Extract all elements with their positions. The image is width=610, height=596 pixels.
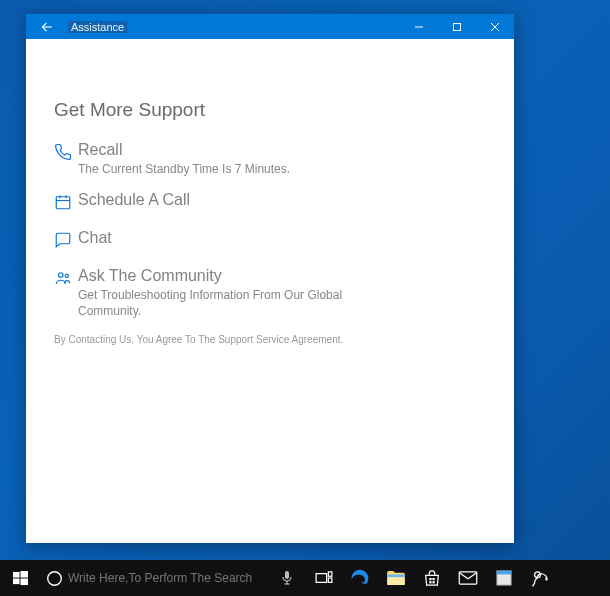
mail-app[interactable]	[450, 560, 486, 596]
pinned-app[interactable]	[486, 560, 522, 596]
calendar-icon	[54, 193, 78, 215]
edge-browser[interactable]	[342, 560, 378, 596]
content: Get More Support Recall The Current Stan…	[26, 39, 514, 363]
svg-rect-24	[328, 578, 332, 582]
svg-rect-5	[56, 197, 70, 209]
svg-rect-28	[432, 578, 434, 580]
task-view-icon	[315, 571, 333, 585]
file-explorer[interactable]	[378, 560, 414, 596]
svg-point-18	[47, 571, 61, 585]
app-icon	[495, 569, 513, 587]
window-controls	[400, 14, 514, 39]
option-sub: The Current Standby Time Is 7 Minutes.	[78, 161, 290, 177]
svg-rect-30	[432, 581, 434, 583]
task-view-button[interactable]	[306, 560, 342, 596]
folder-icon	[386, 570, 406, 586]
svg-point-13	[65, 274, 68, 277]
option-chat[interactable]: Chat	[54, 229, 486, 253]
taskbar	[0, 560, 610, 596]
option-label: Chat	[78, 229, 112, 247]
option-label: Ask The Community	[78, 267, 408, 285]
desktop: Assistance Get More Support	[0, 0, 610, 596]
phone-icon	[54, 143, 78, 165]
search-input[interactable]	[68, 571, 274, 585]
svg-rect-14	[13, 571, 20, 577]
svg-rect-15	[20, 571, 28, 578]
option-label: Schedule A Call	[78, 191, 190, 209]
option-recall[interactable]: Recall The Current Standby Time Is 7 Min…	[54, 141, 486, 177]
store-icon	[423, 569, 441, 587]
search-box[interactable]	[40, 562, 300, 594]
close-icon	[490, 22, 500, 32]
close-button[interactable]	[476, 14, 514, 39]
svg-rect-2	[454, 23, 461, 30]
mail-icon	[458, 571, 478, 585]
taskbar-icons	[306, 560, 558, 596]
option-schedule-call[interactable]: Schedule A Call	[54, 191, 486, 215]
svg-rect-16	[13, 578, 20, 584]
svg-rect-17	[20, 578, 28, 585]
svg-rect-27	[429, 578, 431, 580]
arrow-left-icon	[40, 20, 54, 34]
minimize-icon	[414, 22, 424, 32]
get-help-app[interactable]	[522, 560, 558, 596]
svg-rect-33	[497, 571, 511, 575]
community-icon	[54, 269, 78, 291]
svg-rect-26	[387, 574, 405, 577]
mic-button[interactable]	[274, 570, 300, 586]
svg-rect-23	[328, 572, 332, 576]
assistance-window: Assistance Get More Support	[26, 14, 514, 543]
edge-icon	[350, 568, 370, 588]
svg-rect-31	[459, 572, 477, 584]
page-title: Get More Support	[54, 99, 486, 121]
chat-icon	[54, 231, 78, 253]
cortana-icon[interactable]	[40, 570, 68, 587]
svg-point-12	[59, 273, 64, 278]
svg-rect-29	[429, 581, 431, 583]
svg-rect-22	[316, 574, 327, 583]
maximize-button[interactable]	[438, 14, 476, 39]
agreement-text: By Contacting Us, You Agree To The Suppo…	[54, 334, 486, 345]
minimize-button[interactable]	[400, 14, 438, 39]
svg-rect-35	[545, 577, 547, 580]
option-ask-community[interactable]: Ask The Community Get Troubleshooting In…	[54, 267, 486, 319]
start-button[interactable]	[0, 560, 40, 596]
headset-chat-icon	[530, 568, 550, 588]
option-sub: Get Troubleshooting Information From Our…	[78, 287, 408, 319]
windows-icon	[13, 571, 28, 586]
app-title: Assistance	[68, 21, 127, 33]
mic-icon	[281, 570, 293, 586]
maximize-icon	[452, 22, 462, 32]
store-app[interactable]	[414, 560, 450, 596]
option-label: Recall	[78, 141, 290, 159]
titlebar[interactable]: Assistance	[26, 14, 514, 39]
back-button[interactable]	[26, 14, 68, 39]
svg-rect-19	[285, 571, 289, 579]
